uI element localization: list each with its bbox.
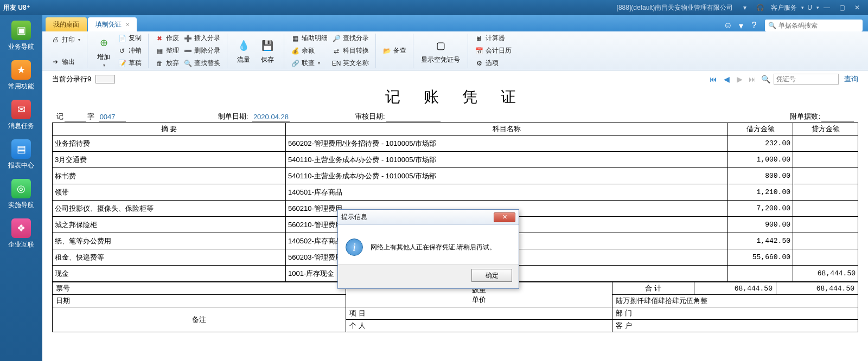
cell-debit[interactable] xyxy=(728,266,793,282)
cell-summary[interactable]: 纸、笔等办公费用 xyxy=(53,233,286,249)
nav-reports[interactable]: ▤报表中心 xyxy=(0,136,42,176)
table-row[interactable]: 领带140501-库存商品1,210.00 xyxy=(53,184,858,201)
voucher-number[interactable]: 0047 xyxy=(99,113,126,121)
headset-icon[interactable]: 🎧 xyxy=(754,2,767,13)
english-name-button[interactable]: EN英文名称 xyxy=(330,57,371,69)
cell-credit[interactable]: 68,444.50 xyxy=(793,266,858,282)
save-button[interactable]: 💾保存 xyxy=(256,36,279,66)
void-button[interactable]: ✖作废 xyxy=(153,33,181,44)
cell-credit[interactable] xyxy=(793,201,858,217)
tidy-button[interactable]: ▦整理 xyxy=(153,45,181,56)
delete-line-button[interactable]: ➖删除分录 xyxy=(181,45,222,56)
cell-subject[interactable]: 540110-主营业务成本/办公费 - 1010005/市场部 xyxy=(286,152,728,168)
cell-debit[interactable]: 7,200.00 xyxy=(728,201,793,217)
cell-credit[interactable] xyxy=(793,168,858,184)
aux-detail-button[interactable]: ▦辅助明细 xyxy=(289,33,330,44)
cell-debit[interactable]: 900.00 xyxy=(728,217,793,233)
calculator-button[interactable]: 🖩计算器 xyxy=(473,33,514,44)
cell-debit[interactable]: 232.00 xyxy=(728,136,793,152)
u-menu[interactable]: U xyxy=(807,4,812,11)
nav-enterprise[interactable]: ❖企业互联 xyxy=(0,215,42,255)
cell-summary[interactable]: 现金 xyxy=(53,266,286,282)
cell-credit[interactable] xyxy=(793,184,858,201)
output-button[interactable]: ➜输出 xyxy=(49,56,82,68)
offset-button[interactable]: ↺冲销 xyxy=(116,45,144,56)
customer-service[interactable]: 客户服务 xyxy=(771,3,797,12)
audit-date-field[interactable] xyxy=(386,121,441,121)
line-input-box[interactable] xyxy=(95,75,115,83)
cell-summary[interactable]: 业务招待费 xyxy=(53,136,286,152)
discard-button[interactable]: 🗑放弃 xyxy=(153,57,181,69)
cell-debit[interactable]: 800.00 xyxy=(728,168,793,184)
subject-convert-button[interactable]: ⇄科目转换 xyxy=(330,45,371,56)
cell-subject[interactable]: 560202-管理费用/业务招待费 - 1010005/市场部 xyxy=(286,136,728,152)
cell-credit[interactable] xyxy=(793,152,858,168)
minimize-button[interactable]: — xyxy=(820,2,833,13)
table-row[interactable]: 3月交通费540110-主营业务成本/办公费 - 1010005/市场部1,00… xyxy=(53,152,858,168)
table-row[interactable]: 业务招待费560202-管理费用/业务招待费 - 1010005/市场部232.… xyxy=(53,136,858,152)
dialog-titlebar[interactable]: 提示信息 ✕ xyxy=(338,210,519,225)
word-field[interactable] xyxy=(65,121,86,121)
u-dropdown[interactable]: ▾ xyxy=(816,5,819,10)
show-empty-button[interactable]: ▢显示空凭证号 xyxy=(418,36,463,66)
draft-button[interactable]: 📝草稿 xyxy=(116,57,144,69)
maximize-button[interactable]: ▢ xyxy=(835,2,848,13)
cell-summary[interactable]: 租金、快递费等 xyxy=(53,249,286,266)
context-dropdown[interactable]: ▾ xyxy=(738,2,751,13)
prev-icon[interactable]: ◀ xyxy=(722,74,731,84)
nav-implement[interactable]: ◎实施导航 xyxy=(0,176,42,215)
find-entry-button[interactable]: 🔎查找分录 xyxy=(330,33,371,44)
first-icon[interactable]: ⏮ xyxy=(709,74,718,84)
copy-button[interactable]: 📄复制 xyxy=(116,33,144,44)
cell-credit[interactable] xyxy=(793,217,858,233)
add-button[interactable]: ⊕ 增加▾ xyxy=(92,33,116,69)
options-button[interactable]: ⚙选项 xyxy=(473,57,514,69)
cell-summary[interactable]: 城之邦保险柜 xyxy=(53,217,286,233)
nav-business[interactable]: ▣业务导航 xyxy=(0,17,42,57)
cell-summary[interactable]: 领带 xyxy=(53,184,286,201)
flow-button[interactable]: 💧流量 xyxy=(232,36,256,66)
balance-button[interactable]: 💰余额 xyxy=(289,45,330,56)
cell-credit[interactable] xyxy=(793,233,858,249)
prepared-date[interactable]: 2020.04.28 xyxy=(252,113,290,121)
header-debit: 借方金额 xyxy=(728,123,793,136)
tab-voucher-entry[interactable]: 填制凭证 × xyxy=(88,17,137,31)
attachments-field[interactable] xyxy=(821,121,854,121)
cell-subject[interactable]: 540110-主营业务成本/办公费 - 1010005/市场部 xyxy=(286,168,728,184)
cell-debit[interactable]: 1,210.00 xyxy=(728,184,793,201)
lookup-button[interactable]: 🔗联查▾ xyxy=(289,57,330,69)
calendar-button[interactable]: 📅会计日历 xyxy=(473,45,514,56)
voucher-no-input[interactable] xyxy=(774,74,839,85)
barcode-search-input[interactable] xyxy=(778,22,860,29)
cell-summary[interactable]: 标书费 xyxy=(53,168,286,184)
cell-summary[interactable]: 公司投影仪、摄像头、保险柜等 xyxy=(53,201,286,217)
nav-favorites[interactable]: ★常用功能 xyxy=(0,57,42,96)
find-replace-button[interactable]: 🔍查找替换 xyxy=(181,57,222,69)
smile-dropdown[interactable]: ▾ xyxy=(739,21,743,31)
next-icon[interactable]: ▶ xyxy=(735,74,744,84)
dialog-ok-button[interactable]: 确定 xyxy=(471,269,512,282)
cell-subject[interactable]: 140501-库存商品 xyxy=(286,184,728,201)
query-button[interactable]: 查询 xyxy=(844,74,858,84)
cell-debit[interactable]: 55,660.00 xyxy=(728,249,793,266)
tab-desktop[interactable]: 我的桌面 xyxy=(46,17,87,31)
cell-summary[interactable]: 3月交通费 xyxy=(53,152,286,168)
service-dropdown[interactable]: ▾ xyxy=(801,5,804,10)
close-button[interactable]: ✕ xyxy=(851,2,864,13)
dialog-close-button[interactable]: ✕ xyxy=(494,212,515,222)
backup-button[interactable]: 📂备查 xyxy=(380,45,409,56)
barcode-search[interactable]: 🔍 xyxy=(765,20,863,31)
cell-debit[interactable]: 1,442.50 xyxy=(728,233,793,249)
cell-credit[interactable] xyxy=(793,136,858,152)
btn-label: 会计日历 xyxy=(486,46,512,55)
tab-close-icon[interactable]: × xyxy=(126,21,129,28)
cell-credit[interactable] xyxy=(793,249,858,266)
nav-messages[interactable]: ✉消息任务 xyxy=(0,96,42,136)
insert-line-button[interactable]: ➕插入分录 xyxy=(181,33,222,44)
smile-icon[interactable]: ☺ xyxy=(723,20,733,31)
table-row[interactable]: 标书费540110-主营业务成本/办公费 - 1010005/市场部800.00 xyxy=(53,168,858,184)
print-button[interactable]: 🖨打印▾ xyxy=(49,34,82,46)
last-icon[interactable]: ⏭ xyxy=(748,74,757,84)
cell-debit[interactable]: 1,000.00 xyxy=(728,152,793,168)
help-icon[interactable]: ? xyxy=(749,20,760,31)
